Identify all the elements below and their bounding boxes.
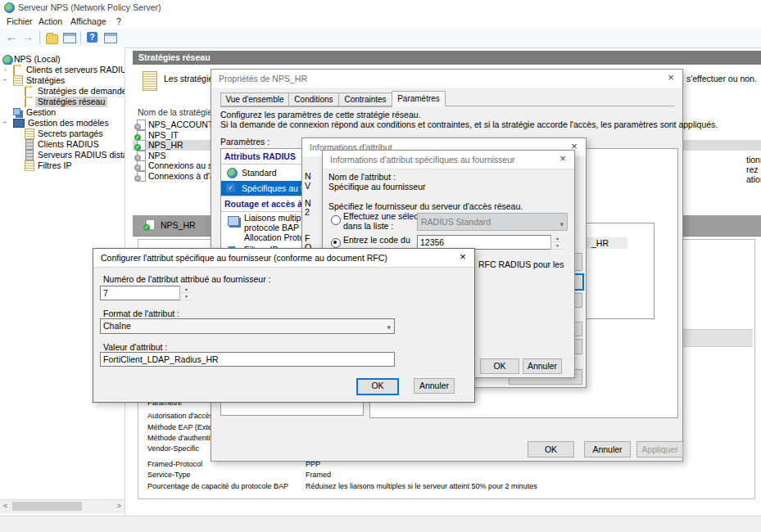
ok-button[interactable]: OK bbox=[528, 441, 574, 458]
label-fragment: V bbox=[305, 181, 310, 191]
vendor-dialog-titlebar[interactable]: Informations d'attribut spécifiques au f… bbox=[323, 151, 574, 169]
vendor-check-icon: ✓ bbox=[226, 183, 235, 192]
tree-hscrollbar[interactable]: < > bbox=[0, 499, 125, 513]
new-window-icon[interactable] bbox=[104, 33, 117, 43]
format-dropdown[interactable]: Chaîne ▾ bbox=[100, 318, 395, 334]
server-icon bbox=[25, 139, 34, 150]
cancel-button[interactable]: Annuler bbox=[414, 378, 455, 394]
vendor-dropdown[interactable]: RADIUS Standard ▾ bbox=[417, 213, 568, 231]
scroll-left-icon[interactable]: < bbox=[3, 502, 7, 510]
detail-label: Service-Type bbox=[147, 471, 191, 479]
globe-icon bbox=[227, 168, 238, 178]
tree-item-serveurs-radius-distants[interactable]: Serveurs RADIUS distan bbox=[0, 150, 125, 160]
tree-label: Secrets partagés bbox=[35, 128, 105, 139]
tree-item-secrets-partages[interactable]: Secrets partagés bbox=[0, 128, 125, 139]
tree-item-filtres-ip[interactable]: Filtres IP bbox=[0, 160, 125, 171]
scroll-icon bbox=[25, 160, 34, 171]
rfc-text-fragment: RFC RADIUS pour les bbox=[478, 259, 564, 269]
selected-policy-label: NPS_HR bbox=[161, 220, 196, 230]
chevron-right-icon[interactable]: › bbox=[4, 65, 7, 75]
tree-label: Stratégies bbox=[24, 75, 67, 86]
tab-parametres[interactable]: Paramètres bbox=[392, 91, 446, 106]
vendor-code-stepper[interactable]: ▲▼ bbox=[550, 235, 564, 250]
menu-action[interactable]: Action bbox=[39, 16, 62, 26]
label-fragment: 2 bbox=[305, 207, 310, 217]
cancel-button[interactable]: Annuler bbox=[584, 441, 631, 458]
detail-label: Framed-Protocol bbox=[147, 460, 202, 468]
panel-text-fragment: ation de votre client bbox=[746, 174, 761, 184]
attribute-value-fragment: _HR bbox=[591, 238, 609, 248]
detail-label: Pourcentage de capacité du protocole BAP bbox=[147, 482, 288, 490]
console-tree-icon[interactable] bbox=[63, 33, 76, 43]
status-enabled-icon: ✓ bbox=[143, 224, 150, 231]
properties-dialog-titlebar[interactable]: Propriétés de NPS_HR × bbox=[211, 70, 682, 88]
tree-label: Filtres IP bbox=[35, 160, 74, 171]
detail-label: Méthode EAP (Extens bbox=[147, 423, 220, 431]
detail-label: Autorisation d'accès bbox=[147, 412, 213, 420]
properties-dialog-title: Propriétés de NPS_HR bbox=[211, 74, 307, 83]
nps-console-window: Serveur NPS (Network Policy Server) Fich… bbox=[0, 0, 761, 532]
tab-page-border bbox=[220, 106, 674, 106]
format-label: Format de l'attribut : bbox=[103, 309, 179, 318]
chevron-down-icon[interactable]: › bbox=[0, 79, 10, 81]
tree-item-gestion-modeles[interactable]: › Gestion des modèles bbox=[0, 118, 125, 128]
radio-select-label-line2: dans la liste : bbox=[343, 221, 393, 231]
folder-icon bbox=[13, 65, 15, 75]
back-icon[interactable]: ← bbox=[6, 30, 17, 43]
policy-name: NPS bbox=[148, 151, 166, 161]
menu-affichage[interactable]: Affichage bbox=[70, 16, 106, 26]
spin-up-icon[interactable]: ▲ bbox=[180, 286, 193, 293]
configure-dialog-titlebar[interactable]: Configurer l'attribut spécifique au four… bbox=[93, 249, 474, 268]
chevron-down-icon[interactable]: › bbox=[0, 121, 10, 124]
number-label: Numéro de l'attribut attribué au fournis… bbox=[103, 274, 271, 284]
scroll-right-icon[interactable]: > bbox=[117, 502, 121, 510]
value-input[interactable]: FortiClient_LDAP_Radius_HR bbox=[100, 352, 395, 367]
tree-label: NPS (Local) bbox=[11, 54, 63, 65]
help-icon[interactable]: ? bbox=[87, 32, 97, 43]
content-header-title: Stratégies réseau bbox=[133, 52, 211, 62]
spin-down-icon[interactable]: ▼ bbox=[180, 293, 193, 300]
tree-item-strategies[interactable]: › Stratégies bbox=[0, 75, 125, 86]
tree-item-nps-local[interactable]: NPS (Local) bbox=[0, 54, 125, 65]
window-title: Serveur NPS (Network Policy Server) bbox=[18, 2, 161, 12]
tree-item-clients-serveurs-radius[interactable]: › Clients et serveurs RADIUS bbox=[0, 65, 125, 75]
gestion-icon bbox=[13, 108, 20, 115]
menu-fichier[interactable]: Fichier bbox=[7, 16, 33, 26]
apply-button[interactable]: Appliquer bbox=[636, 441, 683, 458]
tree-item-strategies-reseau[interactable]: Stratégies réseau bbox=[0, 97, 125, 107]
export-list-icon[interactable] bbox=[46, 34, 58, 44]
number-stepper[interactable]: ▲▼ bbox=[179, 286, 193, 300]
vendor-instruction: Spécifiez le fournisseur du serveur d'ac… bbox=[328, 201, 523, 211]
settings-item-label: Standard bbox=[242, 165, 277, 181]
spin-down-icon[interactable]: ▼ bbox=[551, 242, 564, 250]
chevron-down-icon: ▾ bbox=[559, 216, 564, 232]
close-icon[interactable]: × bbox=[551, 151, 574, 169]
configure-attribute-dialog: Configurer l'attribut spécifique au four… bbox=[93, 248, 475, 403]
tree-label: Stratégies de demande bbox=[35, 86, 125, 97]
column-header-nom[interactable]: Nom de la stratégie bbox=[138, 107, 212, 117]
value-label: Valeur d'attribut : bbox=[103, 342, 167, 352]
ok-button[interactable]: OK bbox=[356, 378, 399, 395]
forward-icon[interactable]: → bbox=[22, 30, 34, 43]
policy-scroll-icon bbox=[143, 71, 157, 91]
radio-enter-code[interactable] bbox=[331, 238, 341, 248]
tree-item-strategies-demande[interactable]: Stratégies de demande bbox=[0, 86, 125, 97]
scrollbar-thumb[interactable] bbox=[12, 502, 82, 511]
menu-bar: Fichier Action Affichage ? bbox=[0, 15, 761, 29]
ok-button[interactable]: OK bbox=[480, 358, 519, 374]
tree-item-clients-radius[interactable]: Clients RADIUS bbox=[0, 139, 125, 150]
radio-select-list[interactable] bbox=[331, 215, 341, 225]
spin-up-icon[interactable]: ▲ bbox=[551, 235, 564, 242]
cancel-button[interactable]: Annuler bbox=[523, 358, 562, 374]
close-icon[interactable]: × bbox=[451, 249, 474, 267]
number-input[interactable]: 7 bbox=[100, 286, 183, 300]
attr-name-label: Nom de l'attribut : bbox=[328, 172, 396, 182]
folder-icon bbox=[25, 87, 26, 97]
menu-help[interactable]: ? bbox=[116, 16, 121, 26]
monitor-icon bbox=[13, 119, 25, 128]
close-icon[interactable]: × bbox=[659, 70, 682, 88]
panel-text-fragment: rez pas d'attribut. bbox=[746, 165, 761, 174]
policy-name: NPS_HR bbox=[148, 140, 183, 151]
tree-item-gestion[interactable]: Gestion bbox=[0, 107, 125, 118]
toolbar: ← → ? bbox=[0, 29, 761, 48]
